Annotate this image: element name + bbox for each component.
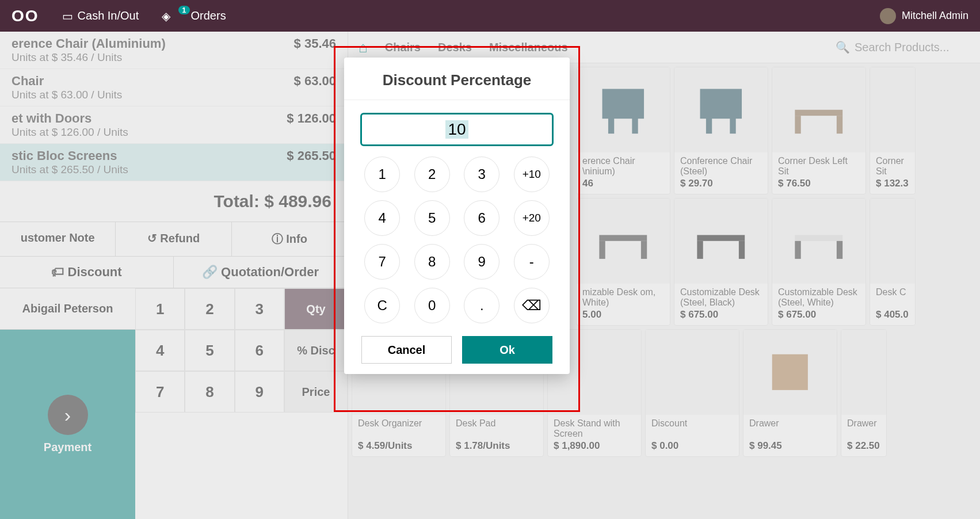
avatar: [880, 8, 896, 24]
dial-1[interactable]: 1: [364, 157, 400, 192]
dial-7[interactable]: 7: [364, 244, 400, 280]
dial-3[interactable]: 3: [464, 157, 499, 192]
user-name: Mitchell Admin: [902, 10, 968, 22]
dial-clear[interactable]: C: [364, 288, 400, 323]
user-menu[interactable]: Mitchell Admin: [880, 8, 968, 24]
tag-icon: ◈: [162, 9, 170, 23]
dial-2[interactable]: 2: [414, 157, 450, 192]
orders-button[interactable]: ◈1 Orders: [162, 9, 226, 23]
discount-value-input[interactable]: 10: [360, 113, 554, 146]
cash-label: Cash In/Out: [78, 9, 139, 22]
dial-dot[interactable]: .: [464, 288, 499, 323]
dial-5[interactable]: 5: [414, 200, 450, 236]
dial-p20[interactable]: +20: [514, 200, 550, 236]
dial-9[interactable]: 9: [464, 244, 499, 280]
dial-6[interactable]: 6: [464, 200, 499, 236]
dial-8[interactable]: 8: [414, 244, 450, 280]
dial-0[interactable]: 0: [414, 288, 450, 323]
discount-modal: Discount Percentage 10 1 2 3 +10 4 5 6 +…: [344, 58, 570, 374]
orders-badge: 1: [178, 6, 189, 14]
dial-p10[interactable]: +10: [514, 157, 550, 192]
modal-title: Discount Percentage: [344, 58, 570, 100]
dial-minus[interactable]: -: [514, 244, 550, 280]
cancel-button[interactable]: Cancel: [361, 336, 452, 364]
ok-button[interactable]: Ok: [462, 336, 552, 364]
cash-icon: ▭: [62, 9, 73, 23]
dial-4[interactable]: 4: [364, 200, 400, 236]
cash-in-out-button[interactable]: ▭ Cash In/Out: [62, 9, 139, 23]
orders-label: Orders: [191, 9, 226, 22]
logo: OO: [12, 7, 39, 25]
top-bar: OO ▭ Cash In/Out ◈1 Orders Mitchell Admi…: [0, 0, 980, 32]
dial-backspace[interactable]: ⌫: [514, 288, 550, 323]
